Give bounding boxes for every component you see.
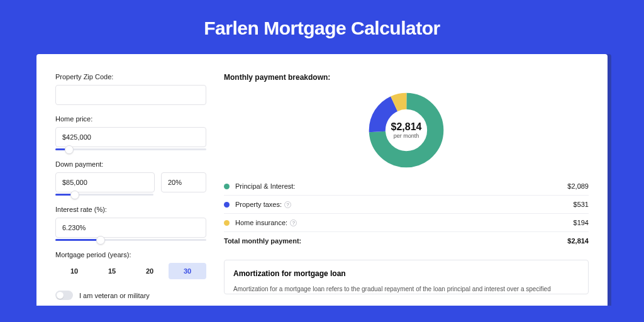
amortization-text: Amortization for a mortgage loan refers … xyxy=(233,284,579,294)
interest-rate-group: Interest rate (%): xyxy=(55,206,206,241)
donut-amount: $2,814 xyxy=(391,121,422,133)
amortization-box: Amortization for mortgage loan Amortizat… xyxy=(224,260,589,294)
donut-sub: per month xyxy=(394,133,419,139)
breakdown-column: Monthly payment breakdown: $2,814 per mo… xyxy=(224,73,589,306)
period-button-15[interactable]: 15 xyxy=(93,263,131,279)
page-title: Farlen Mortgage Calculator xyxy=(0,0,644,54)
down-payment-percent-input[interactable] xyxy=(161,172,206,192)
zip-label: Property Zip Code: xyxy=(55,73,206,80)
donut-center: $2,814 per month xyxy=(368,92,445,169)
home-price-group: Home price: xyxy=(55,115,206,150)
period-button-10[interactable]: 10 xyxy=(55,263,93,279)
zip-input[interactable] xyxy=(55,85,206,105)
form-column: Property Zip Code: Home price: Down paym… xyxy=(55,73,206,306)
down-payment-slider[interactable] xyxy=(55,194,153,196)
legend-label: Property taxes:? xyxy=(235,201,574,208)
period-button-30[interactable]: 30 xyxy=(169,263,206,279)
slider-thumb-icon[interactable] xyxy=(65,145,74,154)
zip-field-group: Property Zip Code: xyxy=(55,73,206,105)
amortization-title: Amortization for mortgage loan xyxy=(233,269,579,278)
toggle-knob-icon xyxy=(57,292,64,299)
home-price-slider[interactable] xyxy=(55,148,206,150)
legend-dot-icon xyxy=(224,220,230,226)
interest-rate-input[interactable] xyxy=(55,218,206,238)
period-button-20[interactable]: 20 xyxy=(131,263,169,279)
legend-value: $531 xyxy=(574,201,589,208)
legend-row-principal_interest: Principal & Interest:$2,089 xyxy=(224,177,589,196)
interest-rate-slider[interactable] xyxy=(55,239,206,241)
total-row: Total monthly payment: $2,814 xyxy=(224,232,589,250)
slider-thumb-icon[interactable] xyxy=(70,191,79,199)
legend-row-property_taxes: Property taxes:?$531 xyxy=(224,196,589,214)
home-price-label: Home price: xyxy=(55,115,206,123)
legend-value: $2,089 xyxy=(567,182,589,190)
legend-dot-icon xyxy=(224,184,230,189)
breakdown-title: Monthly payment breakdown: xyxy=(224,73,589,82)
total-label: Total monthly payment: xyxy=(224,237,567,245)
down-payment-amount-input[interactable] xyxy=(55,172,155,192)
veteran-toggle[interactable] xyxy=(55,291,73,300)
legend-dot-icon xyxy=(224,202,230,208)
slider-thumb-icon[interactable] xyxy=(96,236,105,245)
total-value: $2,814 xyxy=(567,237,589,245)
down-payment-label: Down payment: xyxy=(55,160,206,168)
period-group: Mortgage period (years): 10152030 xyxy=(55,251,206,279)
down-payment-group: Down payment: xyxy=(55,160,206,196)
help-icon[interactable]: ? xyxy=(290,219,297,226)
home-price-input[interactable] xyxy=(55,127,206,147)
help-icon[interactable]: ? xyxy=(284,201,291,208)
donut-chart: $2,814 per month xyxy=(224,88,589,177)
calculator-card: Property Zip Code: Home price: Down paym… xyxy=(36,54,608,306)
veteran-label: I am veteran or military xyxy=(79,292,150,299)
veteran-toggle-row: I am veteran or military xyxy=(55,291,206,300)
legend-value: $194 xyxy=(574,219,589,226)
interest-rate-label: Interest rate (%): xyxy=(55,206,206,213)
period-label: Mortgage period (years): xyxy=(55,251,206,258)
legend-row-home_insurance: Home insurance:?$194 xyxy=(224,214,589,232)
legend-label: Principal & Interest: xyxy=(235,182,567,190)
legend-label: Home insurance:? xyxy=(235,219,574,226)
